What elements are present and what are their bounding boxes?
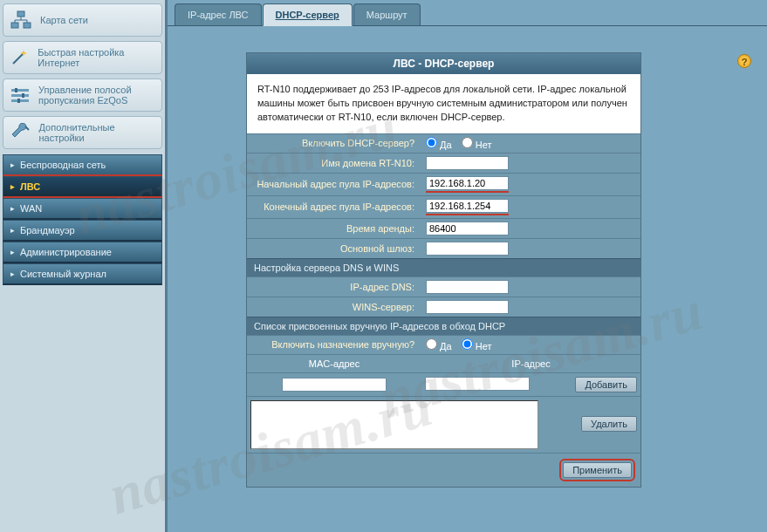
- manual-section-title: Список присвоенных вручную IP-адресов в …: [247, 317, 640, 335]
- subnav-label: Администрирование: [20, 247, 112, 257]
- subnav-label: Брандмауэр: [20, 225, 75, 235]
- ip-header: IP-адрес: [421, 354, 640, 372]
- sidebar-label: Быстрая настройка Интернет: [38, 47, 156, 68]
- arrow-icon: ▸: [10, 182, 15, 191]
- sliders-icon: [9, 85, 31, 106]
- wand-icon: [9, 47, 31, 68]
- apply-button[interactable]: Применить: [563, 462, 632, 478]
- svg-rect-4: [11, 94, 29, 97]
- svg-rect-1: [11, 23, 18, 28]
- panel-title: ЛВС - DHCP-сервер: [247, 53, 640, 74]
- delete-button[interactable]: Удалить: [581, 416, 637, 432]
- panel-description: RT-N10 поддерживает до 253 IP-адресов дл…: [247, 74, 640, 133]
- svg-rect-2: [24, 23, 31, 28]
- svg-rect-6: [15, 88, 17, 92]
- sidebar-label: Управление полосой пропускания EzQoS: [38, 85, 156, 106]
- manual-radio-yes[interactable]: [426, 338, 437, 350]
- pool-start-label: Начальный адрес пула IP-адресов:: [247, 173, 421, 195]
- lease-input[interactable]: [426, 222, 509, 235]
- arrow-icon: ▸: [10, 269, 15, 278]
- arrow-icon: ▸: [10, 226, 15, 235]
- radio-no[interactable]: [462, 137, 473, 148]
- gateway-input[interactable]: [426, 242, 509, 256]
- radio-no-label[interactable]: Нет: [462, 140, 492, 150]
- arrow-icon: ▸: [10, 204, 15, 213]
- subnav-label: Системный журнал: [20, 269, 106, 279]
- dns-label: IP-адрес DNS:: [247, 276, 421, 297]
- subnav-label: Беспроводная сеть: [20, 160, 106, 170]
- subnav-lan[interactable]: ▸ ЛВС: [3, 176, 162, 198]
- subnav-syslog[interactable]: ▸ Системный журнал: [3, 263, 162, 285]
- lease-label: Время аренды:: [247, 218, 421, 238]
- mac-header: MAC-адрес: [247, 354, 421, 372]
- network-icon: [9, 10, 33, 31]
- tab-route[interactable]: Маршрут: [353, 3, 421, 25]
- manual-radio-no-label[interactable]: Нет: [462, 341, 492, 351]
- arrow-icon: ▸: [10, 160, 15, 169]
- sidebar-network-map[interactable]: Карта сети: [3, 3, 162, 37]
- sidebar-subnav: ▸ Беспроводная сеть ▸ ЛВС ▸ WAN ▸ Брандм…: [3, 154, 162, 285]
- ip-input[interactable]: [425, 377, 530, 391]
- dhcp-panel: ЛВС - DHCP-сервер RT-N10 поддерживает до…: [246, 52, 641, 488]
- wins-input[interactable]: [426, 300, 509, 314]
- dns-input[interactable]: [426, 280, 509, 294]
- svg-rect-7: [22, 93, 24, 98]
- domain-input[interactable]: [426, 156, 509, 170]
- sidebar-label: Дополнительные настройки: [38, 122, 156, 143]
- svg-rect-8: [17, 99, 20, 103]
- tab-dhcp-server[interactable]: DHCP-сервер: [263, 3, 353, 26]
- wins-label: WINS-сервер:: [247, 297, 421, 317]
- tab-lan-ip[interactable]: IP-адрес ЛВС: [175, 3, 262, 25]
- mac-input[interactable]: [282, 378, 387, 392]
- subnav-label: ЛВС: [20, 181, 40, 192]
- svg-rect-3: [11, 89, 29, 92]
- pool-end-label: Конечный адрес пула IP-адресов:: [247, 195, 421, 218]
- dns-section-title: Настройка сервера DNS и WINS: [247, 258, 640, 276]
- manual-enable-label: Включить назначение вручную?: [247, 335, 421, 354]
- subnav-wan[interactable]: ▸ WAN: [3, 198, 162, 220]
- subnav-label: WAN: [20, 203, 42, 214]
- subnav-admin[interactable]: ▸ Администрирование: [3, 242, 162, 263]
- help-icon[interactable]: ?: [737, 54, 751, 68]
- sidebar: Карта сети Быстрая настройка Интернет Уп…: [0, 0, 165, 532]
- gateway-label: Основной шлюз:: [247, 238, 421, 258]
- pool-start-input[interactable]: [426, 176, 509, 190]
- tab-bar: IP-адрес ЛВС DHCP-сервер Маршрут: [168, 0, 767, 26]
- pool-end-input[interactable]: [426, 199, 509, 213]
- sidebar-label: Карта сети: [40, 15, 88, 25]
- svg-rect-0: [17, 11, 24, 17]
- manual-radio-no[interactable]: [462, 338, 473, 350]
- wrench-icon: [9, 122, 31, 143]
- sidebar-ezqos[interactable]: Управление полосой пропускания EzQoS: [3, 78, 162, 112]
- arrow-icon: ▸: [10, 248, 15, 256]
- radio-yes-label[interactable]: Да: [426, 140, 452, 150]
- sidebar-quick-setup[interactable]: Быстрая настройка Интернет: [3, 41, 162, 74]
- manual-radio-yes-label[interactable]: Да: [426, 341, 452, 351]
- sidebar-advanced[interactable]: Дополнительные настройки: [3, 116, 162, 149]
- enable-dhcp-label: Включить DHCP-сервер?: [247, 133, 421, 153]
- radio-yes[interactable]: [426, 137, 437, 148]
- assigned-list[interactable]: [250, 400, 538, 449]
- domain-label: Имя домена RT-N10:: [247, 153, 421, 173]
- subnav-wireless[interactable]: ▸ Беспроводная сеть: [3, 154, 162, 176]
- add-button[interactable]: Добавить: [575, 377, 637, 392]
- subnav-firewall[interactable]: ▸ Брандмауэр: [3, 220, 162, 242]
- main-area: IP-адрес ЛВС DHCP-сервер Маршрут ? ЛВС -…: [165, 0, 767, 532]
